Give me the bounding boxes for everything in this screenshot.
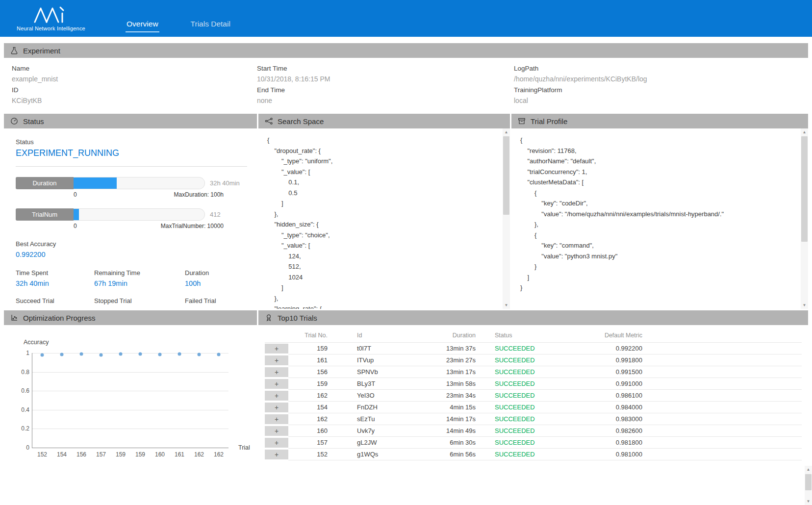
scroll-up-icon[interactable]: ▲ — [805, 466, 812, 473]
trial-profile-panel-title: Trial Profile — [531, 117, 567, 126]
duration-cell: 14min 49s — [422, 425, 477, 437]
field-label: Start Time — [257, 65, 514, 72]
tab-overview[interactable]: Overview — [126, 20, 159, 32]
trial-id-cell: sEzTu — [329, 413, 422, 425]
medal-icon — [265, 314, 273, 322]
start-time-value: 10/31/2018, 8:16:15 PM — [257, 75, 514, 83]
y-axis-title: Accuracy — [24, 339, 49, 346]
search-space-scrollbar[interactable]: ▲ ▼ — [503, 128, 510, 309]
trial-profile-body: { "revision": 11768, "authorName": "defa… — [511, 128, 808, 309]
x-tick-label: 162 — [194, 451, 204, 458]
status-cell: SUCCEEDED — [477, 378, 588, 390]
experiment-section-header: Experiment — [4, 43, 808, 58]
experiment-details: Name example_mnist ID KCiBytKB Start Tim… — [4, 58, 808, 112]
nav-tabs: OverviewTrials Detail — [126, 20, 231, 32]
duration-cell: 4min 15s — [422, 402, 477, 413]
search-space-panel: Search Space { "dropout_rate": { "_type"… — [258, 114, 510, 309]
duration-cell: 13min 58s — [422, 378, 477, 390]
expand-row-button[interactable]: + — [265, 367, 288, 377]
scroll-down-icon[interactable]: ▼ — [801, 302, 808, 309]
scatter-point — [119, 352, 123, 355]
stat-remaining-time: Remaining Time67h 19min — [94, 269, 185, 287]
metric-cell: 0.981000 — [588, 449, 802, 460]
scrollbar-thumb[interactable] — [801, 136, 808, 242]
experiment-id: KCiBytKB — [12, 97, 257, 104]
expand-cell: + — [265, 354, 288, 366]
expand-row-button[interactable]: + — [265, 426, 288, 436]
duration-max: MaxDuration: 100h — [174, 191, 224, 198]
trialnum-progress-range: 0 MaxTrialNumber: 10000 — [74, 223, 224, 229]
trial-row: +159BLy3T13min 58sSUCCEEDED0.991000 — [265, 378, 802, 390]
y-tick-label: 0.4 — [15, 406, 29, 413]
x-tick-label: 162 — [214, 451, 224, 458]
scroll-up-icon[interactable]: ▲ — [503, 128, 510, 136]
status-panel-title: Status — [23, 117, 44, 126]
training-platform-value: local — [514, 97, 808, 104]
expand-cell: + — [265, 437, 288, 449]
optimization-panel-title: Optimization Progress — [23, 314, 96, 322]
expand-row-button[interactable]: + — [265, 344, 288, 354]
scrollbar-thumb[interactable] — [805, 474, 812, 490]
scrollbar-thumb[interactable] — [503, 136, 509, 215]
search-space-body: { "dropout_rate": { "_type": "uniform", … — [258, 128, 510, 309]
x-tick-label: 154 — [57, 451, 67, 458]
page-content: Experiment Name example_mnist ID KCiBytK… — [4, 43, 808, 505]
gauge-icon — [10, 117, 19, 126]
scatter-point — [100, 353, 103, 356]
scatter-point — [41, 353, 44, 356]
trial-no-cell: 161 — [288, 354, 329, 366]
scatter-point — [198, 353, 201, 356]
trial-profile-panel: Trial Profile { "revision": 11768, "auth… — [511, 114, 808, 309]
trial-row: +162sEzTu14min 17sSUCCEEDED0.983000 — [265, 413, 802, 425]
expand-row-button[interactable]: + — [265, 403, 288, 412]
column-header-status: Status — [477, 329, 588, 343]
trial-row: +156SPNVb13min 17sSUCCEEDED0.991500 — [265, 366, 802, 378]
trial-no-cell: 159 — [288, 378, 329, 390]
scroll-up-icon[interactable]: ▲ — [801, 128, 808, 136]
x-tick-label: 161 — [175, 451, 184, 458]
status-panel-header: Status — [4, 114, 257, 128]
gridline — [32, 372, 228, 373]
y-tick-label: 0.8 — [15, 369, 29, 376]
expand-column-header — [265, 329, 288, 343]
trial-id-cell: YeI3O — [329, 390, 422, 402]
trialnum-progress-value: 412 — [205, 211, 247, 218]
middle-row: Status Status EXPERIMENT_RUNNING Duratio… — [4, 114, 808, 309]
status-label: Status — [16, 128, 247, 146]
expand-row-button[interactable]: + — [265, 450, 288, 459]
gridline — [32, 410, 228, 410]
duration-progress: Duration 32h 40min — [16, 177, 247, 189]
expand-row-button[interactable]: + — [265, 379, 288, 389]
x-tick-label: 152 — [37, 451, 47, 458]
trial-row: +159t0l7T13min 37sSUCCEEDED0.992200 — [265, 343, 802, 354]
status-panel-body: Status EXPERIMENT_RUNNING Duration 32h 4… — [4, 128, 257, 309]
search-space-panel-title: Search Space — [278, 117, 324, 126]
expand-row-button[interactable]: + — [265, 438, 288, 448]
trial-id-cell: gL2JW — [329, 437, 422, 449]
trial-id-cell: g1WQs — [329, 449, 422, 460]
trialnum-min: 0 — [74, 223, 77, 229]
expand-cell: + — [265, 390, 288, 402]
scatter-plot: Trial 00.20.40.60.8115215415615715915916… — [32, 353, 228, 448]
expand-cell: + — [265, 413, 288, 425]
status-cell: SUCCEEDED — [477, 402, 588, 413]
scroll-down-icon[interactable]: ▼ — [503, 302, 510, 309]
duration-cell: 23min 34s — [422, 390, 477, 402]
trial-profile-scrollbar[interactable]: ▲ ▼ — [801, 128, 808, 309]
trial-row: +157gL2JW6min 30sSUCCEEDED0.981800 — [265, 437, 802, 449]
divider — [16, 166, 247, 167]
page-scrollbar[interactable]: ▲ ▼ — [805, 466, 812, 505]
trial-no-cell: 156 — [288, 366, 329, 378]
tab-trials-detail[interactable]: Trials Detail — [190, 20, 231, 32]
x-tick-label: 159 — [135, 451, 145, 458]
column-header-trial-no: Trial No. — [288, 329, 329, 343]
metric-cell: 0.984000 — [588, 402, 802, 413]
duration-cell: 14min 17s — [422, 413, 477, 425]
expand-row-button[interactable]: + — [265, 355, 288, 365]
y-tick-label: 1 — [15, 350, 29, 356]
scroll-down-icon[interactable]: ▼ — [805, 498, 812, 505]
field-label: End Time — [257, 86, 514, 94]
column-header-duration: Duration — [422, 329, 477, 343]
expand-row-button[interactable]: + — [265, 414, 288, 424]
expand-row-button[interactable]: + — [265, 391, 288, 401]
